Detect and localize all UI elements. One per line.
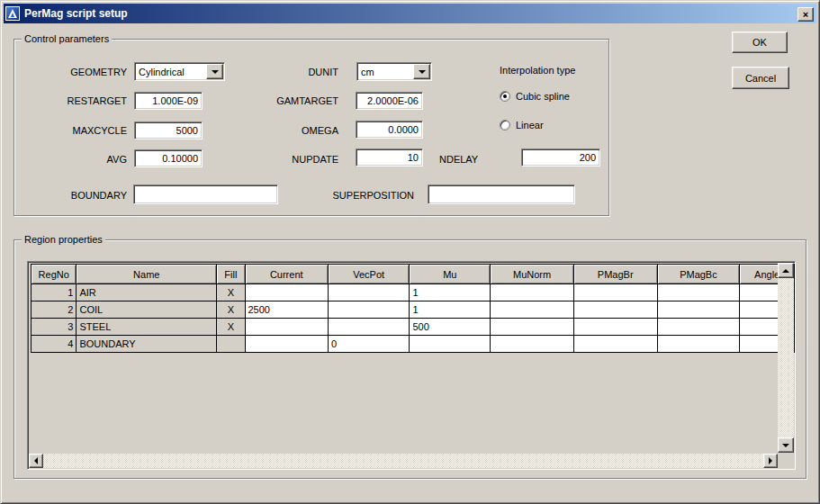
table-cell[interactable] bbox=[328, 319, 409, 336]
table-cell[interactable] bbox=[573, 336, 657, 353]
table-cell[interactable] bbox=[657, 284, 740, 302]
table-cell[interactable] bbox=[217, 336, 245, 353]
table-cell[interactable]: X bbox=[217, 319, 245, 336]
superposition-input[interactable] bbox=[428, 184, 575, 204]
close-button[interactable]: × bbox=[797, 7, 814, 22]
region-properties-group: Region properties RegNoNameFillCurrentVe… bbox=[14, 239, 806, 479]
region-table-body: 1AIRX12COILX250013STEELX5004BOUNDARY0 bbox=[32, 284, 795, 353]
scroll-right-icon bbox=[769, 457, 776, 464]
geometry-combobox[interactable]: Cylindrical bbox=[134, 62, 225, 81]
table-cell[interactable] bbox=[573, 302, 657, 319]
chevron-down-icon bbox=[419, 70, 426, 77]
table-cell: 1 bbox=[32, 284, 77, 302]
table-cell[interactable] bbox=[245, 336, 328, 353]
table-header-pmagbc: PMagBc bbox=[657, 265, 740, 284]
horizontal-scrollbar[interactable] bbox=[29, 454, 778, 468]
ok-button[interactable]: OK bbox=[732, 32, 788, 53]
table-header-name: Name bbox=[77, 265, 217, 284]
superposition-label: SUPERPOSITION bbox=[329, 190, 414, 202]
maxcycle-input[interactable] bbox=[134, 122, 203, 140]
table-cell[interactable] bbox=[491, 319, 574, 336]
table-cell[interactable] bbox=[491, 284, 574, 302]
table-header-row: RegNoNameFillCurrentVecPotMuMuNormPMagBr… bbox=[32, 265, 795, 284]
table-cell[interactable]: 2500 bbox=[245, 302, 328, 319]
table-cell[interactable] bbox=[657, 319, 740, 336]
maxcycle-label: MAXCYCLE bbox=[29, 125, 127, 137]
table-cell: 4 bbox=[32, 336, 77, 353]
dunit-value: cm bbox=[357, 67, 412, 77]
control-parameters-group-label: Control parameters bbox=[22, 33, 112, 45]
gamtarget-label: GAMTARGET bbox=[253, 95, 338, 107]
table-row: 2COILX25001 bbox=[32, 302, 795, 319]
interpolation-option-linear[interactable]: Linear bbox=[500, 120, 544, 130]
table-cell[interactable]: X bbox=[217, 284, 245, 302]
boundary-label: BOUNDARY bbox=[29, 190, 127, 202]
dunit-combobox[interactable]: cm bbox=[356, 62, 432, 81]
table-cell[interactable] bbox=[245, 284, 328, 302]
table-cell[interactable]: STEEL bbox=[77, 319, 217, 336]
table-row: 1AIRX1 bbox=[32, 284, 795, 302]
table-cell[interactable] bbox=[410, 336, 491, 353]
table-cell[interactable] bbox=[573, 319, 657, 336]
avg-input[interactable] bbox=[134, 149, 203, 167]
restarget-label: RESTARGET bbox=[29, 95, 127, 107]
table-cell: 3 bbox=[32, 319, 77, 336]
table-header-mu: Mu bbox=[410, 265, 491, 284]
table-cell[interactable] bbox=[328, 302, 409, 319]
scroll-down-icon bbox=[782, 444, 789, 451]
permag-setup-dialog: PerMag script setup × OK Cancel Control … bbox=[0, 0, 820, 504]
table-cell[interactable]: 0 bbox=[328, 336, 409, 353]
dunit-dropdown-button[interactable] bbox=[413, 64, 430, 79]
scroll-up-icon bbox=[782, 266, 789, 273]
restarget-input[interactable] bbox=[134, 92, 203, 110]
table-row: 3STEELX500 bbox=[32, 319, 795, 336]
boundary-input[interactable] bbox=[133, 184, 278, 204]
omega-label: OMEGA bbox=[253, 125, 338, 137]
vertical-scrollbar[interactable] bbox=[778, 263, 794, 453]
table-cell[interactable]: X bbox=[217, 302, 245, 319]
omega-input[interactable] bbox=[356, 121, 423, 139]
scroll-down-button[interactable] bbox=[778, 437, 794, 453]
table-cell[interactable] bbox=[491, 336, 574, 353]
app-icon bbox=[5, 6, 20, 21]
chevron-down-icon bbox=[212, 70, 219, 77]
table-cell[interactable] bbox=[245, 319, 328, 336]
table-cell[interactable]: AIR bbox=[77, 284, 217, 302]
table-row: 4BOUNDARY0 bbox=[32, 336, 795, 353]
table-cell[interactable]: 1 bbox=[410, 284, 491, 302]
ndelay-input[interactable] bbox=[521, 148, 600, 166]
region-properties-group-label: Region properties bbox=[22, 234, 105, 246]
geometry-dropdown-button[interactable] bbox=[206, 64, 223, 79]
scroll-left-button[interactable] bbox=[29, 454, 43, 468]
gamtarget-input[interactable] bbox=[356, 92, 423, 110]
nupdate-input[interactable] bbox=[356, 148, 423, 166]
scroll-right-button[interactable] bbox=[763, 454, 778, 468]
table-cell[interactable]: COIL bbox=[77, 302, 217, 319]
table-header-pmagbr: PMagBr bbox=[573, 265, 657, 284]
dunit-label: DUNIT bbox=[253, 67, 338, 78]
scroll-left-icon bbox=[31, 457, 38, 464]
table-cell[interactable] bbox=[328, 284, 409, 302]
table-header-vecpot: VecPot bbox=[328, 265, 409, 284]
table-cell[interactable] bbox=[657, 336, 740, 353]
table-header-fill: Fill bbox=[217, 265, 245, 284]
region-table-header: RegNoNameFillCurrentVecPotMuMuNormPMagBr… bbox=[32, 265, 795, 284]
title-bar[interactable]: PerMag script setup × bbox=[4, 4, 816, 23]
table-cell[interactable] bbox=[657, 302, 740, 319]
interpolation-option-cubic-spline[interactable]: Cubic spline bbox=[500, 91, 570, 102]
nupdate-label: NUPDATE bbox=[253, 154, 338, 166]
cancel-button[interactable]: Cancel bbox=[732, 67, 789, 89]
table-cell[interactable]: BOUNDARY bbox=[77, 336, 217, 353]
radio-button-icon[interactable] bbox=[500, 91, 510, 102]
table-cell[interactable]: 1 bbox=[410, 302, 491, 319]
table-cell[interactable] bbox=[491, 302, 574, 319]
table-header-regno: RegNo bbox=[32, 265, 77, 284]
radio-button-icon[interactable] bbox=[500, 120, 510, 130]
region-table: RegNoNameFillCurrentVecPotMuMuNormPMagBr… bbox=[31, 264, 795, 353]
table-header-munorm: MuNorm bbox=[491, 265, 574, 284]
scroll-up-button[interactable] bbox=[778, 263, 794, 278]
table-cell[interactable] bbox=[573, 284, 657, 302]
geometry-label: GEOMETRY bbox=[29, 67, 127, 78]
geometry-value: Cylindrical bbox=[135, 67, 205, 77]
table-cell[interactable]: 500 bbox=[410, 319, 491, 336]
